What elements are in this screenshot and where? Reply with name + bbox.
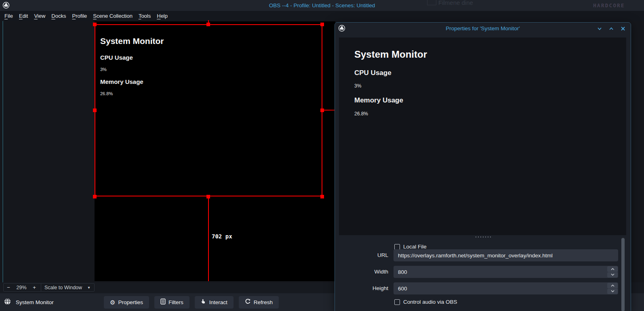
menu-docks[interactable]: Docks (51, 13, 66, 19)
local-file-label: Local File (403, 244, 427, 250)
properties-button-label: Properties (118, 299, 143, 305)
menu-edit[interactable]: Edit (19, 13, 28, 19)
selection-handle-e[interactable] (320, 109, 324, 112)
browser-source-icon (4, 298, 11, 307)
dialog-scrollbar-thumb[interactable] (621, 238, 625, 311)
preview-cpu-value: 3% (354, 83, 361, 89)
control-audio-checkbox[interactable] (394, 299, 400, 305)
url-input[interactable] (394, 249, 618, 261)
height-spin-up-icon[interactable] (607, 283, 618, 288)
selection-handle-sw[interactable] (93, 195, 97, 198)
source-selection-rect[interactable] (95, 24, 322, 196)
gear-icon: ⚙ (110, 299, 115, 305)
width-spinner (607, 266, 618, 278)
menubar: File Edit View Docks Profile Scene Colle… (0, 11, 644, 21)
width-spin-down-icon[interactable] (607, 272, 618, 278)
width-input[interactable] (394, 266, 618, 278)
height-spin-down-icon[interactable] (607, 289, 618, 294)
height-label: Height (352, 285, 388, 291)
local-file-checkbox[interactable] (394, 244, 400, 250)
preview-memory-value: 26.8% (354, 111, 368, 117)
scale-mode-caret-icon[interactable]: ▾ (84, 285, 94, 290)
hand-pointer-icon (201, 298, 206, 306)
refresh-button-label: Refresh (254, 299, 273, 305)
filters-button-label: Filters (168, 299, 183, 305)
properties-button[interactable]: ⚙ Properties (104, 296, 149, 309)
scale-mode-select[interactable]: Scale to Window (43, 285, 84, 290)
dialog-header[interactable]: Properties for 'System Monitor' (335, 23, 631, 35)
dialog-source-preview: System Monitor CPU Usage 3% Memory Usage… (339, 38, 626, 235)
distance-helper-line (208, 196, 209, 281)
ghost-window-artifact (427, 0, 436, 5)
menu-file[interactable]: File (4, 13, 13, 19)
zoom-level: 29% (13, 285, 29, 290)
filters-icon (160, 298, 166, 306)
preview-memory-label: Memory Usage (354, 96, 403, 104)
zoom-out-button[interactable]: − (4, 284, 13, 290)
menu-help[interactable]: Help (157, 13, 168, 19)
selection-handle-ne[interactable] (320, 23, 324, 26)
preview-overlay-title: System Monitor (354, 49, 427, 60)
selection-handle-nw[interactable] (93, 23, 97, 26)
selected-source-name: System Monitor (16, 299, 76, 305)
dialog-scrollbar (621, 237, 625, 311)
interact-button-label: Interact (209, 299, 227, 305)
menu-view[interactable]: View (34, 13, 45, 19)
width-label: Width (352, 269, 388, 275)
dock-edge-accent (2, 21, 3, 282)
properties-dialog: Properties for 'System Monitor' System M… (335, 22, 631, 311)
menu-scene-collection[interactable]: Scene Collection (93, 13, 133, 19)
selection-handle-w[interactable] (93, 109, 97, 112)
dock-down-icon[interactable] (597, 26, 602, 31)
zoom-controls: − 29% + Scale to Window ▾ (3, 283, 95, 292)
filters-button[interactable]: Filters (154, 296, 189, 309)
menu-profile[interactable]: Profile (72, 13, 87, 19)
menu-tools[interactable]: Tools (139, 13, 151, 19)
ghost-text-filmene: Filmene dine (438, 0, 473, 6)
dialog-title: Properties for 'System Monitor' (335, 25, 631, 31)
ghost-text-hardcore: HARDCORE (593, 2, 625, 8)
close-icon[interactable] (620, 26, 626, 31)
window-title: OBS --4 - Profile: Untitled - Scenes: Un… (0, 2, 644, 8)
selection-handle-n[interactable] (206, 23, 210, 26)
dock-up-icon[interactable] (608, 26, 614, 31)
control-audio-label: Control audio via OBS (403, 299, 457, 305)
height-input[interactable] (394, 282, 618, 294)
height-spinner (607, 283, 618, 294)
preview-form-splitter-handle[interactable] (475, 236, 491, 238)
zoom-in-button[interactable]: + (29, 284, 39, 290)
refresh-button[interactable]: Refresh (239, 296, 279, 309)
distance-label: 702 px (212, 233, 232, 240)
interact-button[interactable]: Interact (195, 296, 234, 309)
window-titlebar: OBS --4 - Profile: Untitled - Scenes: Un… (0, 0, 644, 11)
selection-handle-se[interactable] (320, 195, 324, 198)
width-spin-up-icon[interactable] (607, 266, 618, 272)
selection-handle-s[interactable] (206, 195, 210, 198)
refresh-icon (245, 298, 251, 306)
url-label: URL (352, 252, 388, 258)
zoom-separator (41, 283, 41, 292)
preview-cpu-label: CPU Usage (354, 69, 391, 77)
snap-helper-right (322, 110, 335, 111)
